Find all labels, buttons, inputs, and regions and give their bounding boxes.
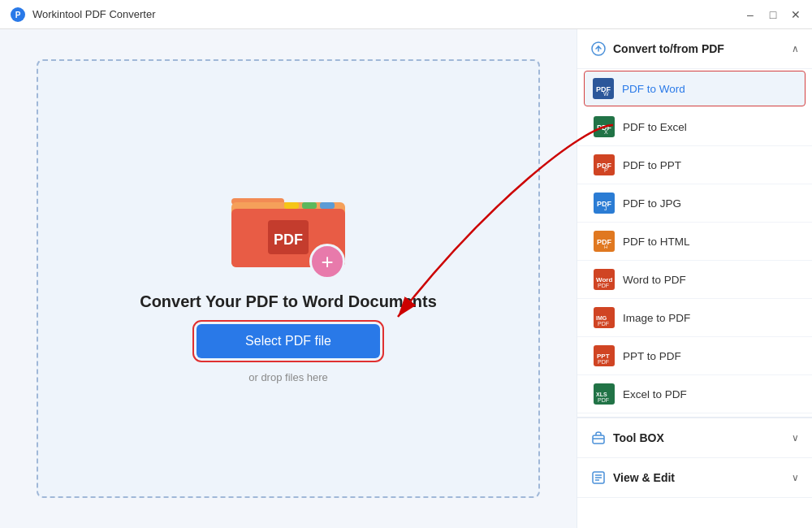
- svg-text:J: J: [604, 206, 607, 211]
- excel-to-pdf-icon: XLS PDF: [594, 383, 615, 405]
- add-file-icon: +: [309, 244, 345, 279]
- drop-hint: or drop files here: [248, 371, 328, 383]
- app-title: Workintool PDF Converter: [32, 8, 744, 20]
- svg-text:P: P: [604, 167, 608, 173]
- toolbox-chevron: ∨: [792, 432, 799, 444]
- maximize-button[interactable]: □: [767, 8, 780, 21]
- svg-text:PDF: PDF: [598, 321, 609, 327]
- menu-item-ppt-to-pdf[interactable]: PPT PDF PPT to PDF: [577, 337, 812, 375]
- menu-item-pdf-to-html[interactable]: PDF H PDF to HTML: [577, 223, 812, 261]
- image-to-pdf-icon: IMG PDF: [594, 307, 615, 328]
- convert-section-title: Convert to/from PDF: [613, 42, 792, 55]
- svg-rect-7: [320, 202, 335, 209]
- select-pdf-button[interactable]: Select PDF file: [197, 324, 380, 358]
- svg-rect-38: [593, 435, 604, 444]
- folder-illustration: PDF +: [223, 174, 353, 279]
- close-button[interactable]: ✕: [789, 8, 802, 21]
- menu-item-pdf-to-jpg[interactable]: PDF J PDF to JPG: [577, 184, 812, 223]
- svg-text:W: W: [603, 91, 609, 97]
- svg-text:IMG: IMG: [596, 315, 607, 321]
- pdf-to-html-label: PDF to HTML: [623, 236, 690, 248]
- pdf-to-word-label: PDF to Word: [622, 83, 685, 95]
- convert-section-header[interactable]: Convert to/from PDF ∧: [577, 29, 812, 69]
- ppt-to-pdf-icon: PPT PDF: [594, 345, 615, 366]
- view-edit-section-title: View & Edit: [613, 471, 792, 484]
- convert-title: Convert Your PDF to Word Documents: [140, 292, 437, 311]
- svg-text:PDF: PDF: [598, 359, 609, 365]
- image-to-pdf-label: Image to PDF: [623, 312, 690, 324]
- menu-item-pdf-to-word[interactable]: PDF W PDF to Word: [584, 71, 806, 106]
- svg-text:H: H: [604, 245, 607, 249]
- view-edit-section-header[interactable]: View & Edit ∨: [577, 458, 812, 498]
- ppt-to-pdf-label: PPT to PDF: [623, 350, 681, 362]
- menu-item-pdf-to-excel[interactable]: PDF X PDF to Excel: [577, 108, 812, 146]
- svg-rect-6: [302, 202, 317, 209]
- pdf-to-excel-label: PDF to Excel: [623, 121, 687, 133]
- toolbox-section-icon: [590, 430, 607, 446]
- pdf-to-html-icon: PDF H: [594, 231, 615, 252]
- drop-zone[interactable]: PDF + Convert Your PDF to Word Documents…: [37, 59, 540, 498]
- app-logo: P: [10, 6, 26, 23]
- right-sidebar: Convert to/from PDF ∧ PDF W PDF to Word …: [577, 29, 812, 528]
- menu-item-word-to-pdf[interactable]: Word PDF Word to PDF: [577, 261, 812, 299]
- pdf-to-excel-icon: PDF X: [594, 116, 615, 137]
- svg-text:PDF: PDF: [598, 397, 609, 403]
- pdf-to-jpg-icon: PDF J: [594, 193, 615, 214]
- svg-rect-5: [284, 202, 299, 209]
- menu-item-image-to-pdf[interactable]: IMG PDF Image to PDF: [577, 299, 812, 337]
- left-panel: PDF + Convert Your PDF to Word Documents…: [0, 29, 577, 528]
- svg-text:X: X: [604, 129, 608, 135]
- pdf-to-ppt-icon: PDF P: [594, 154, 615, 175]
- toolbox-section-header[interactable]: Tool BOX ∨: [577, 417, 812, 458]
- main-layout: PDF + Convert Your PDF to Word Documents…: [0, 29, 812, 528]
- svg-text:PDF: PDF: [598, 283, 609, 288]
- convert-section-icon: [590, 41, 607, 57]
- svg-text:P: P: [15, 11, 21, 19]
- convert-chevron: ∧: [792, 43, 799, 54]
- view-edit-chevron: ∨: [792, 472, 799, 483]
- svg-text:PDF: PDF: [274, 232, 303, 248]
- pdf-to-jpg-label: PDF to JPG: [623, 197, 681, 210]
- pdf-to-ppt-label: PDF to PPT: [623, 159, 681, 171]
- menu-item-pdf-to-ppt[interactable]: PDF P PDF to PPT: [577, 146, 812, 184]
- toolbox-section-title: Tool BOX: [613, 431, 792, 444]
- excel-to-pdf-label: Excel to PDF: [623, 388, 687, 400]
- pdf-to-word-icon: PDF W: [593, 78, 614, 99]
- title-bar: P Workintool PDF Converter – □ ✕: [0, 0, 812, 29]
- word-to-pdf-label: Word to PDF: [623, 274, 686, 286]
- svg-text:XLS: XLS: [596, 392, 607, 397]
- view-edit-section-icon: [590, 470, 607, 486]
- window-controls: – □ ✕: [744, 8, 802, 21]
- word-to-pdf-icon: Word PDF: [594, 269, 615, 290]
- minimize-button[interactable]: –: [744, 8, 757, 21]
- menu-item-excel-to-pdf[interactable]: XLS PDF Excel to PDF: [577, 375, 812, 413]
